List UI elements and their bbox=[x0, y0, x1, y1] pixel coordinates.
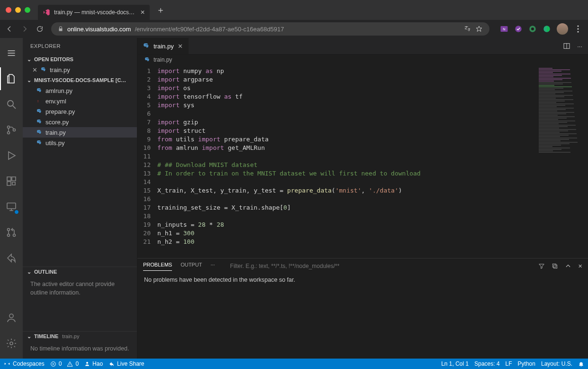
file-item[interactable]: score.py bbox=[23, 117, 137, 127]
line-number: 2 bbox=[137, 75, 157, 84]
minimize-window-button[interactable] bbox=[15, 7, 21, 13]
code-line: 7import gzip bbox=[137, 118, 536, 127]
file-item[interactable]: !env.yml bbox=[23, 96, 137, 106]
live-share-icon[interactable] bbox=[0, 247, 23, 269]
cursor-position[interactable]: Ln 1, Col 1 bbox=[441, 360, 469, 367]
menu-icon[interactable] bbox=[0, 42, 23, 65]
problems-tab[interactable]: PROBLEMS bbox=[143, 262, 172, 271]
user-indicator[interactable]: Hao bbox=[84, 360, 103, 367]
browser-tab[interactable]: train.py — mnist-vscode-docs… ✕ bbox=[38, 5, 150, 20]
code-line: 12# ## Download MNIST dataset bbox=[137, 161, 536, 169]
code-line: 8import struct bbox=[137, 127, 536, 135]
output-tab[interactable]: OUTPUT bbox=[181, 262, 202, 270]
line-number: 13 bbox=[137, 169, 157, 178]
svg-point-14 bbox=[8, 229, 10, 231]
new-tab-button[interactable]: ＋ bbox=[156, 4, 165, 16]
chevron-down-icon: ⌄ bbox=[26, 269, 32, 275]
panel-more-tab[interactable]: ··· bbox=[210, 262, 215, 270]
python-file-icon bbox=[36, 139, 43, 146]
editor-tab[interactable]: train.py ✕ bbox=[137, 38, 189, 54]
code-line: 4import tensorflow as tf bbox=[137, 92, 536, 101]
close-icon[interactable]: ✕ bbox=[32, 66, 37, 74]
maximize-window-button[interactable] bbox=[25, 7, 30, 13]
activity-bar bbox=[0, 38, 23, 359]
folder-label: MNIST-VSCODE-DOCS-SAMPLE [C… bbox=[34, 77, 126, 83]
problems-filter-input[interactable] bbox=[230, 263, 523, 269]
eol[interactable]: LF bbox=[506, 360, 512, 367]
chevron-up-icon[interactable] bbox=[565, 263, 571, 269]
code-line: 2import argparse bbox=[137, 75, 536, 84]
file-name: utils.py bbox=[45, 139, 64, 147]
live-share-button[interactable]: Live Share bbox=[109, 360, 144, 367]
timeline-suffix: train.py bbox=[62, 333, 79, 339]
file-name: train.py bbox=[45, 129, 66, 136]
close-window-button[interactable] bbox=[6, 7, 11, 13]
open-editors-header[interactable]: ⌄ OPEN EDITORS bbox=[23, 54, 137, 65]
run-debug-icon[interactable] bbox=[0, 144, 23, 167]
back-button[interactable] bbox=[6, 25, 14, 33]
errors-count[interactable]: 0 0 bbox=[50, 360, 79, 367]
breadcrumb[interactable]: train.py bbox=[137, 55, 588, 65]
reload-button[interactable] bbox=[36, 25, 45, 33]
svg-point-15 bbox=[8, 234, 10, 237]
file-item[interactable]: amlrun.py bbox=[23, 85, 137, 96]
onenote-icon[interactable]: N bbox=[500, 25, 508, 33]
close-tab-icon[interactable]: ✕ bbox=[140, 9, 145, 16]
line-number: 4 bbox=[137, 92, 157, 101]
extensions-icon[interactable] bbox=[0, 170, 23, 193]
extension-icon-1[interactable] bbox=[514, 25, 523, 33]
profile-avatar[interactable] bbox=[557, 23, 568, 35]
github-pr-icon[interactable] bbox=[0, 221, 23, 244]
filter-icon[interactable] bbox=[538, 263, 545, 269]
file-item[interactable]: train.py bbox=[23, 127, 137, 138]
source-control-icon[interactable] bbox=[0, 119, 23, 141]
open-editor-item[interactable]: ✕ train.py bbox=[23, 65, 137, 75]
yaml-file-icon: ! bbox=[36, 98, 43, 104]
traffic-lights bbox=[6, 7, 30, 13]
split-editor-icon[interactable] bbox=[563, 42, 570, 50]
collapse-all-icon[interactable] bbox=[552, 263, 558, 269]
translate-icon[interactable] bbox=[464, 25, 471, 33]
file-item[interactable]: utils.py bbox=[23, 138, 137, 148]
more-menu-icon[interactable] bbox=[574, 25, 582, 33]
svg-point-2 bbox=[515, 26, 522, 32]
svg-point-24 bbox=[86, 362, 88, 364]
address-bar[interactable]: online.visualstudio.com/environment/efc9… bbox=[51, 22, 489, 36]
keyboard-layout[interactable]: Layout: U.S. bbox=[541, 360, 572, 367]
live-share-icon bbox=[109, 361, 115, 367]
extension-icon-3[interactable] bbox=[543, 25, 551, 33]
outline-header[interactable]: ⌄ OUTLINE bbox=[23, 267, 137, 277]
file-item[interactable]: prepare.py bbox=[23, 106, 137, 117]
language-mode[interactable]: Python bbox=[518, 360, 535, 367]
account-icon[interactable] bbox=[0, 306, 23, 329]
line-number: 19 bbox=[137, 221, 157, 229]
line-number: 5 bbox=[137, 101, 157, 110]
minimap[interactable] bbox=[536, 65, 588, 258]
close-panel-icon[interactable]: ✕ bbox=[578, 263, 582, 269]
timeline-header[interactable]: ⌄ TIMELINE train.py bbox=[23, 331, 137, 341]
explorer-icon[interactable] bbox=[0, 67, 23, 90]
favorite-icon[interactable] bbox=[475, 25, 483, 33]
python-file-icon bbox=[36, 87, 43, 94]
search-icon[interactable] bbox=[0, 93, 23, 116]
person-icon bbox=[84, 361, 90, 367]
notifications-icon[interactable] bbox=[578, 361, 584, 367]
indentation[interactable]: Spaces: 4 bbox=[474, 360, 499, 367]
folder-header[interactable]: ⌄ MNIST-VSCODE-DOCS-SAMPLE [C… bbox=[23, 75, 137, 85]
window-titlebar: train.py — mnist-vscode-docs… ✕ ＋ bbox=[0, 0, 588, 20]
remote-explorer-icon[interactable] bbox=[0, 195, 23, 218]
editor-area: train.py ✕ ··· train.py 1import numpy as… bbox=[137, 38, 588, 359]
extension-icon-2[interactable] bbox=[528, 25, 537, 33]
code-line: 15X_train, X_test, y_train, y_test = pre… bbox=[137, 186, 536, 195]
code-line: 16 bbox=[137, 195, 536, 203]
code-editor[interactable]: 1import numpy as np2import argparse3impo… bbox=[137, 65, 536, 258]
line-number: 21 bbox=[137, 238, 157, 246]
remote-indicator[interactable]: Codespaces bbox=[4, 360, 45, 367]
more-actions-icon[interactable]: ··· bbox=[577, 43, 582, 50]
line-number: 10 bbox=[137, 144, 157, 152]
close-tab-icon[interactable]: ✕ bbox=[178, 43, 183, 50]
line-number: 8 bbox=[137, 127, 157, 135]
warning-icon bbox=[67, 361, 73, 367]
settings-gear-icon[interactable] bbox=[0, 332, 23, 355]
forward-button[interactable] bbox=[21, 25, 29, 33]
